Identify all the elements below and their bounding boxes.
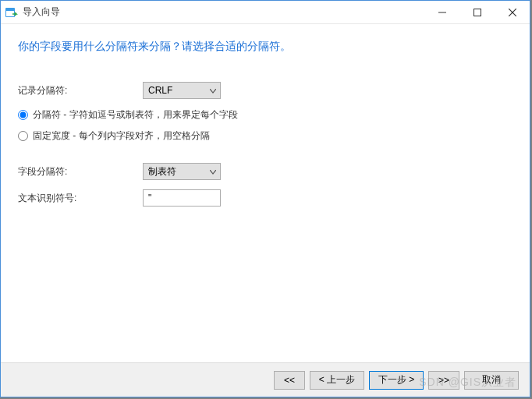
content-area: 你的字段要用什么分隔符来分隔？请选择合适的分隔符。 记录分隔符: CRLF 分隔… <box>1 24 530 362</box>
window-title: 导入向导 <box>23 5 60 19</box>
first-button[interactable]: << <box>274 371 305 390</box>
field-separator-label: 字段分隔符: <box>18 165 143 178</box>
text-qualifier-label: 文本识别符号: <box>18 192 143 205</box>
field-separator-select[interactable]: 制表符 <box>143 163 221 180</box>
text-qualifier-input[interactable] <box>143 189 221 207</box>
prev-button[interactable]: < 上一步 <box>310 371 364 390</box>
wizard-heading: 你的字段要用什么分隔符来分隔？请选择合适的分隔符。 <box>18 40 512 54</box>
radio-delimited-label: 分隔符 - 字符如逗号或制表符，用来界定每个字段 <box>33 108 238 122</box>
record-separator-value: CRLF <box>148 85 172 96</box>
radio-delimited[interactable]: 分隔符 - 字符如逗号或制表符，用来界定每个字段 <box>18 108 512 122</box>
next-button[interactable]: 下一步 > <box>369 371 424 390</box>
svg-rect-4 <box>473 9 481 16</box>
field-separator-value: 制表符 <box>148 165 176 178</box>
chevron-down-icon <box>210 166 216 177</box>
record-separator-label: 记录分隔符: <box>18 84 143 97</box>
wizard-footer: << < 上一步 下一步 > >> 取消 <box>1 362 530 397</box>
record-separator-select[interactable]: CRLF <box>143 82 221 99</box>
field-separator-row: 字段分隔符: 制表符 <box>18 163 512 180</box>
window-icon <box>5 6 18 19</box>
import-wizard-window: 导入向导 你的字段要用什么分隔符来分隔？请选择合适的分隔符。 记录分隔符: CR… <box>0 0 530 397</box>
record-separator-row: 记录分隔符: CRLF <box>18 82 512 99</box>
cancel-button[interactable]: 取消 <box>464 371 519 390</box>
radio-fixed-label: 固定宽度 - 每个列内字段对齐，用空格分隔 <box>33 129 210 143</box>
svg-rect-2 <box>6 9 14 11</box>
text-qualifier-row: 文本识别符号: <box>18 189 512 207</box>
last-button[interactable]: >> <box>428 371 459 390</box>
format-radio-group: 分隔符 - 字符如逗号或制表符，用来界定每个字段 固定宽度 - 每个列内字段对齐… <box>18 108 512 150</box>
minimize-button[interactable] <box>424 1 459 24</box>
radio-fixed-input[interactable] <box>18 131 28 141</box>
radio-delimited-input[interactable] <box>18 110 28 120</box>
radio-fixed[interactable]: 固定宽度 - 每个列内字段对齐，用空格分隔 <box>18 129 512 143</box>
maximize-button[interactable] <box>459 1 495 24</box>
close-button[interactable] <box>495 1 530 24</box>
chevron-down-icon <box>210 85 216 96</box>
titlebar: 导入向导 <box>1 1 530 24</box>
